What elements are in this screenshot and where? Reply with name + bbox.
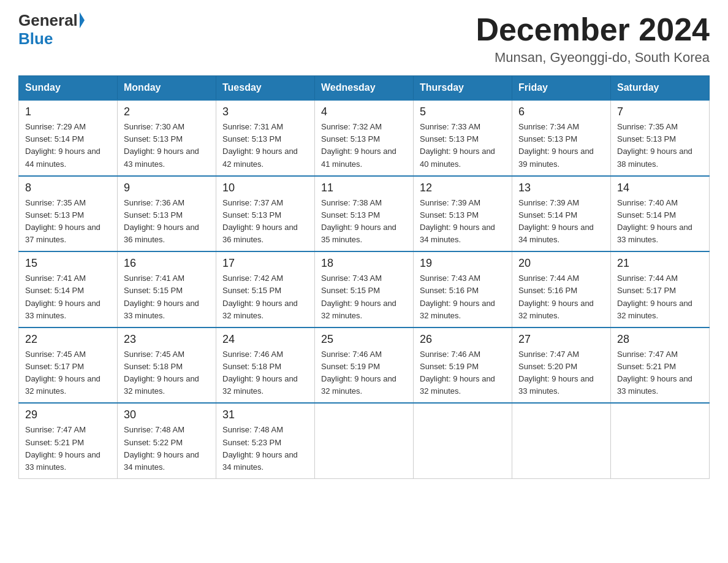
week-row-3: 15Sunrise: 7:41 AMSunset: 5:14 PMDayligh… bbox=[19, 251, 710, 327]
day-number: 15 bbox=[25, 257, 111, 270]
day-number: 25 bbox=[321, 333, 407, 346]
day-number: 9 bbox=[124, 182, 210, 194]
logo-triangle-icon bbox=[80, 12, 85, 28]
logo-general-text: General bbox=[18, 12, 78, 28]
day-cell: 31Sunrise: 7:48 AMSunset: 5:23 PMDayligh… bbox=[216, 403, 315, 478]
day-info: Sunrise: 7:31 AMSunset: 5:13 PMDaylight:… bbox=[222, 122, 298, 168]
day-cell: 2Sunrise: 7:30 AMSunset: 5:13 PMDaylight… bbox=[118, 100, 216, 176]
day-cell: 4Sunrise: 7:32 AMSunset: 5:13 PMDaylight… bbox=[315, 100, 414, 176]
week-row-5: 29Sunrise: 7:47 AMSunset: 5:21 PMDayligh… bbox=[19, 403, 710, 478]
day-cell: 13Sunrise: 7:39 AMSunset: 5:14 PMDayligh… bbox=[512, 176, 611, 252]
day-number: 17 bbox=[222, 257, 308, 270]
day-cell bbox=[611, 403, 710, 478]
day-info: Sunrise: 7:32 AMSunset: 5:13 PMDaylight:… bbox=[321, 122, 396, 168]
header-cell-sunday: Sunday bbox=[19, 76, 118, 101]
header-cell-tuesday: Tuesday bbox=[216, 76, 315, 101]
calendar-subtitle: Munsan, Gyeonggi-do, South Korea bbox=[476, 50, 710, 66]
day-info: Sunrise: 7:47 AMSunset: 5:21 PMDaylight:… bbox=[617, 350, 692, 396]
calendar-table: SundayMondayTuesdayWednesdayThursdayFrid… bbox=[18, 75, 710, 479]
logo-blue-text: Blue bbox=[18, 29, 53, 48]
day-cell bbox=[414, 403, 512, 478]
day-number: 1 bbox=[25, 105, 111, 118]
day-info: Sunrise: 7:41 AMSunset: 5:14 PMDaylight:… bbox=[25, 274, 100, 320]
day-number: 12 bbox=[420, 182, 506, 194]
day-info: Sunrise: 7:39 AMSunset: 5:13 PMDaylight:… bbox=[420, 198, 495, 244]
day-cell: 10Sunrise: 7:37 AMSunset: 5:13 PMDayligh… bbox=[216, 176, 315, 252]
day-number: 23 bbox=[124, 333, 210, 346]
day-number: 14 bbox=[617, 182, 703, 194]
day-cell: 23Sunrise: 7:45 AMSunset: 5:18 PMDayligh… bbox=[118, 327, 216, 404]
day-info: Sunrise: 7:39 AMSunset: 5:14 PMDaylight:… bbox=[518, 198, 594, 244]
day-info: Sunrise: 7:47 AMSunset: 5:21 PMDaylight:… bbox=[25, 425, 100, 471]
day-cell: 16Sunrise: 7:41 AMSunset: 5:15 PMDayligh… bbox=[118, 251, 216, 327]
day-cell: 29Sunrise: 7:47 AMSunset: 5:21 PMDayligh… bbox=[19, 403, 118, 478]
day-number: 16 bbox=[124, 257, 210, 270]
day-cell: 8Sunrise: 7:35 AMSunset: 5:13 PMDaylight… bbox=[19, 176, 118, 252]
day-info: Sunrise: 7:45 AMSunset: 5:18 PMDaylight:… bbox=[124, 350, 199, 396]
day-info: Sunrise: 7:47 AMSunset: 5:20 PMDaylight:… bbox=[518, 350, 594, 396]
day-info: Sunrise: 7:46 AMSunset: 5:19 PMDaylight:… bbox=[420, 350, 495, 396]
header-row: SundayMondayTuesdayWednesdayThursdayFrid… bbox=[19, 76, 710, 101]
title-block: December 2024 Munsan, Gyeonggi-do, South… bbox=[476, 12, 710, 66]
day-info: Sunrise: 7:48 AMSunset: 5:23 PMDaylight:… bbox=[222, 425, 298, 471]
day-number: 28 bbox=[617, 333, 703, 346]
day-info: Sunrise: 7:41 AMSunset: 5:15 PMDaylight:… bbox=[124, 274, 199, 320]
day-info: Sunrise: 7:37 AMSunset: 5:13 PMDaylight:… bbox=[222, 198, 298, 244]
day-number: 29 bbox=[25, 408, 111, 421]
week-row-1: 1Sunrise: 7:29 AMSunset: 5:14 PMDaylight… bbox=[19, 100, 710, 176]
day-info: Sunrise: 7:46 AMSunset: 5:19 PMDaylight:… bbox=[321, 350, 396, 396]
day-info: Sunrise: 7:44 AMSunset: 5:16 PMDaylight:… bbox=[518, 274, 594, 320]
header-cell-friday: Friday bbox=[512, 76, 611, 101]
day-info: Sunrise: 7:33 AMSunset: 5:13 PMDaylight:… bbox=[420, 122, 495, 168]
page-header: General Blue December 2024 Munsan, Gyeon… bbox=[18, 12, 710, 66]
day-cell bbox=[315, 403, 414, 478]
day-number: 5 bbox=[420, 105, 506, 118]
header-cell-saturday: Saturday bbox=[611, 76, 710, 101]
day-info: Sunrise: 7:40 AMSunset: 5:14 PMDaylight:… bbox=[617, 198, 692, 244]
day-number: 11 bbox=[321, 182, 407, 194]
day-number: 8 bbox=[25, 182, 111, 194]
calendar-header: SundayMondayTuesdayWednesdayThursdayFrid… bbox=[19, 76, 710, 101]
day-cell: 20Sunrise: 7:44 AMSunset: 5:16 PMDayligh… bbox=[512, 251, 611, 327]
day-cell: 5Sunrise: 7:33 AMSunset: 5:13 PMDaylight… bbox=[414, 100, 512, 176]
header-cell-monday: Monday bbox=[118, 76, 216, 101]
day-number: 24 bbox=[222, 333, 308, 346]
day-cell: 18Sunrise: 7:43 AMSunset: 5:15 PMDayligh… bbox=[315, 251, 414, 327]
day-cell: 26Sunrise: 7:46 AMSunset: 5:19 PMDayligh… bbox=[414, 327, 512, 404]
day-number: 20 bbox=[518, 257, 604, 270]
day-cell: 7Sunrise: 7:35 AMSunset: 5:13 PMDaylight… bbox=[611, 100, 710, 176]
day-number: 18 bbox=[321, 257, 407, 270]
day-cell bbox=[512, 403, 611, 478]
day-number: 13 bbox=[518, 182, 604, 194]
day-info: Sunrise: 7:38 AMSunset: 5:13 PMDaylight:… bbox=[321, 198, 396, 244]
day-info: Sunrise: 7:46 AMSunset: 5:18 PMDaylight:… bbox=[222, 350, 298, 396]
header-cell-thursday: Thursday bbox=[414, 76, 512, 101]
week-row-4: 22Sunrise: 7:45 AMSunset: 5:17 PMDayligh… bbox=[19, 327, 710, 404]
day-info: Sunrise: 7:34 AMSunset: 5:13 PMDaylight:… bbox=[518, 122, 594, 168]
day-cell: 21Sunrise: 7:44 AMSunset: 5:17 PMDayligh… bbox=[611, 251, 710, 327]
day-number: 30 bbox=[124, 408, 210, 421]
day-cell: 9Sunrise: 7:36 AMSunset: 5:13 PMDaylight… bbox=[118, 176, 216, 252]
day-number: 27 bbox=[518, 333, 604, 346]
day-cell: 3Sunrise: 7:31 AMSunset: 5:13 PMDaylight… bbox=[216, 100, 315, 176]
day-number: 4 bbox=[321, 105, 407, 118]
day-info: Sunrise: 7:44 AMSunset: 5:17 PMDaylight:… bbox=[617, 274, 692, 320]
day-number: 7 bbox=[617, 105, 703, 118]
day-info: Sunrise: 7:43 AMSunset: 5:16 PMDaylight:… bbox=[420, 274, 495, 320]
day-number: 6 bbox=[518, 105, 604, 118]
day-number: 2 bbox=[124, 105, 210, 118]
day-cell: 17Sunrise: 7:42 AMSunset: 5:15 PMDayligh… bbox=[216, 251, 315, 327]
day-cell: 12Sunrise: 7:39 AMSunset: 5:13 PMDayligh… bbox=[414, 176, 512, 252]
day-cell: 1Sunrise: 7:29 AMSunset: 5:14 PMDaylight… bbox=[19, 100, 118, 176]
day-cell: 28Sunrise: 7:47 AMSunset: 5:21 PMDayligh… bbox=[611, 327, 710, 404]
day-cell: 14Sunrise: 7:40 AMSunset: 5:14 PMDayligh… bbox=[611, 176, 710, 252]
day-cell: 30Sunrise: 7:48 AMSunset: 5:22 PMDayligh… bbox=[118, 403, 216, 478]
day-info: Sunrise: 7:48 AMSunset: 5:22 PMDaylight:… bbox=[124, 425, 199, 471]
day-cell: 25Sunrise: 7:46 AMSunset: 5:19 PMDayligh… bbox=[315, 327, 414, 404]
day-number: 22 bbox=[25, 333, 111, 346]
day-cell: 24Sunrise: 7:46 AMSunset: 5:18 PMDayligh… bbox=[216, 327, 315, 404]
day-cell: 11Sunrise: 7:38 AMSunset: 5:13 PMDayligh… bbox=[315, 176, 414, 252]
day-number: 10 bbox=[222, 182, 308, 194]
day-cell: 22Sunrise: 7:45 AMSunset: 5:17 PMDayligh… bbox=[19, 327, 118, 404]
day-number: 31 bbox=[222, 408, 308, 421]
